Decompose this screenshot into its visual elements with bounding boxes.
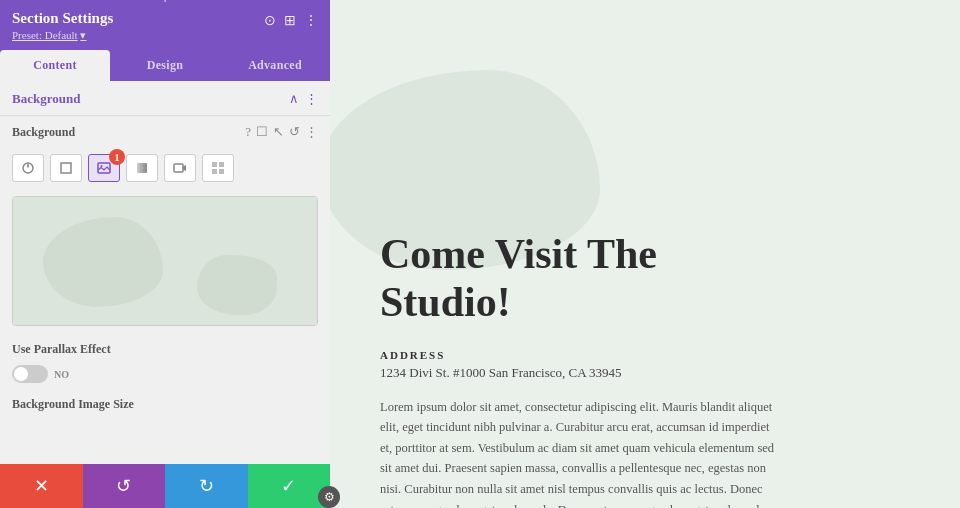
svg-rect-7: [219, 162, 224, 167]
parallax-label: Use Parallax Effect: [12, 342, 111, 357]
bg-preview-area: [12, 196, 318, 326]
bg-image-size-label: Background Image Size: [0, 391, 330, 416]
section-options-icon[interactable]: ⋮: [305, 91, 318, 107]
background-section-title: Background: [12, 91, 80, 107]
bg-type-none[interactable]: [50, 154, 82, 182]
content-area: Come Visit The Studio! ADDRESS 1234 Divi…: [330, 0, 960, 508]
save-button[interactable]: ✓: [248, 464, 331, 508]
parallax-toggle[interactable]: [12, 365, 48, 383]
tab-advanced[interactable]: Advanced: [220, 50, 330, 81]
page-title: Come Visit The Studio!: [380, 230, 920, 327]
address-label: ADDRESS: [380, 349, 920, 361]
bg-type-image[interactable]: 1: [88, 154, 120, 182]
svg-point-3: [101, 165, 103, 167]
bg-type-color[interactable]: [12, 154, 44, 182]
bg-help-icon[interactable]: ?: [245, 124, 251, 140]
svg-rect-4: [137, 163, 147, 173]
cancel-button[interactable]: ✕: [0, 464, 83, 508]
tab-design[interactable]: Design: [110, 50, 220, 81]
body-text: Lorem ipsum dolor sit amet, consectetur …: [380, 397, 780, 508]
toggle-row: NO: [0, 363, 330, 391]
redo-button[interactable]: ↻: [165, 464, 248, 508]
bg-preview-inner: [13, 197, 317, 325]
svg-rect-6: [212, 162, 217, 167]
settings-panel: + Section Settings Preset: Default ▾ ⊙ ⊞…: [0, 0, 330, 508]
tab-content[interactable]: Content: [0, 50, 110, 81]
collapse-icon[interactable]: ∧: [289, 91, 299, 107]
bg-reset-icon[interactable]: ↺: [289, 124, 300, 140]
svg-rect-1: [61, 163, 71, 173]
parallax-row: Use Parallax Effect: [0, 332, 330, 363]
panel-header-icons: ⊙ ⊞ ⋮: [264, 12, 318, 29]
background-row: Background ? ☐ ↖ ↺ ⋮: [0, 116, 330, 148]
address-text: 1234 Divi St. #1000 San Francisco, CA 33…: [380, 365, 920, 381]
badge-count: 1: [109, 149, 125, 165]
svg-rect-5: [174, 164, 183, 172]
toggle-label-text: NO: [54, 369, 69, 380]
bg-more-icon[interactable]: ⋮: [305, 124, 318, 140]
toggle-knob: [14, 367, 28, 381]
bg-pointer-icon[interactable]: ↖: [273, 124, 284, 140]
bg-copy-icon[interactable]: ☐: [256, 124, 268, 140]
panel-preset[interactable]: Preset: Default ▾: [12, 29, 113, 42]
panel-body: Background ∧ ⋮ Background ? ☐ ↖ ↺ ⋮: [0, 81, 330, 508]
grid-icon[interactable]: ⊞: [284, 12, 296, 29]
bg-type-gradient[interactable]: [126, 154, 158, 182]
panel-toolbar: ✕ ↺ ↻ ✓ ⚙: [0, 464, 330, 508]
background-section-header: Background ∧ ⋮: [0, 81, 330, 116]
undo-button[interactable]: ↺: [83, 464, 166, 508]
background-label: Background: [12, 125, 75, 140]
bg-type-row: 1: [0, 148, 330, 190]
svg-rect-9: [219, 169, 224, 174]
bg-type-pattern[interactable]: [202, 154, 234, 182]
svg-rect-8: [212, 169, 217, 174]
more-options-icon[interactable]: ⋮: [304, 12, 318, 29]
bg-type-video[interactable]: [164, 154, 196, 182]
panel-tabs: Content Design Advanced: [0, 50, 330, 81]
panel-title: Section Settings: [12, 10, 113, 27]
view-icon[interactable]: ⊙: [264, 12, 276, 29]
settings-cog-icon[interactable]: ⚙: [318, 486, 340, 508]
